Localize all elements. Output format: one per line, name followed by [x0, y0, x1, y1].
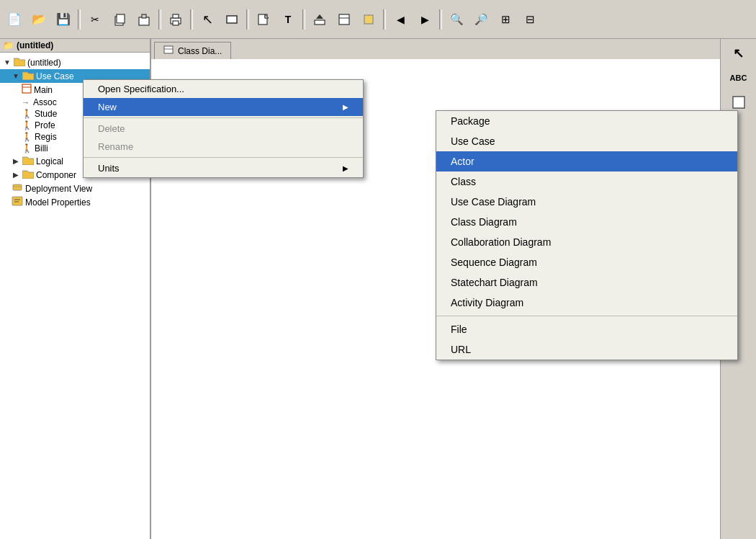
delete-label: Delete	[98, 123, 125, 134]
use-case-label: Use Case	[451, 135, 495, 147]
menu-item-units[interactable]: Units ▶	[84, 159, 363, 177]
billing-icon: 🚶	[22, 143, 32, 153]
svg-rect-5	[173, 14, 179, 18]
new-item-url[interactable]: URL	[436, 339, 737, 360]
new-item-use-case-diagram[interactable]: Use Case Diagram	[436, 192, 737, 212]
zoom-fit-button[interactable]: ⊞	[494, 8, 517, 31]
tree-item-assoc-label: Assoc	[33, 97, 57, 107]
new-item-class[interactable]: Class	[436, 172, 737, 192]
pointer-tool-button[interactable]: ↖	[724, 42, 753, 65]
sequence-diagram-label: Sequence Diagram	[451, 257, 537, 268]
save-button[interactable]: 💾	[52, 8, 75, 31]
tree-item-usecase-label: Use Case	[36, 71, 74, 81]
zoom-out-button[interactable]: 🔍	[445, 8, 468, 31]
toolbar: 📄 📂 💾 ✂ ↖ T ◀ ▶ 🔍 🔎 ⊞ ⊟	[0, 0, 756, 39]
note-button[interactable]	[252, 8, 275, 31]
tree-item-root[interactable]: ▼ (untitled)	[0, 55, 150, 69]
new-label: New	[98, 102, 117, 112]
icon2-button[interactable]	[357, 8, 380, 31]
tree-title: 📁 (untitled)	[0, 39, 150, 53]
paste-button[interactable]	[132, 8, 156, 31]
class-label: Class	[451, 176, 476, 187]
tree-item-logical-label: Logical	[36, 156, 63, 166]
tree-item-deployment[interactable]: Deployment View	[0, 182, 150, 195]
new-item-file[interactable]: File	[436, 319, 737, 339]
new-button[interactable]: 📄	[3, 8, 26, 31]
icon1-button[interactable]	[333, 8, 356, 31]
activity-diagram-label: Activity Diagram	[451, 297, 523, 308]
toolbar-sep-7	[439, 9, 442, 30]
new-item-use-case[interactable]: Use Case	[436, 131, 737, 151]
abc-tool-button[interactable]: ABC	[724, 66, 753, 89]
tree-root-text: (untitled)	[27, 58, 61, 68]
collab-diagram-label: Collaboration Diagram	[451, 236, 551, 248]
print-button[interactable]	[164, 8, 187, 31]
svg-rect-10	[315, 20, 325, 24]
svg-rect-7	[227, 16, 237, 23]
svg-rect-15	[22, 84, 31, 93]
toolbar-sep-6	[383, 9, 386, 30]
file-label: File	[451, 324, 467, 335]
new-arrow-icon: ▶	[343, 103, 348, 111]
tree-item-deployment-label: Deployment View	[25, 184, 92, 194]
svg-rect-17	[13, 184, 22, 190]
open-spec-label: Open Specification...	[98, 84, 184, 94]
new-item-collab-diagram[interactable]: Collaboration Diagram	[436, 232, 737, 252]
tree-item-main-label: Main	[34, 85, 53, 95]
new-item-activity-diagram[interactable]: Activity Diagram	[436, 293, 737, 313]
url-label: URL	[451, 344, 471, 355]
model-props-icon	[12, 196, 23, 208]
open-button[interactable]: 📂	[27, 8, 50, 31]
component-folder-icon	[22, 169, 34, 181]
tree-root-icon: 📁	[3, 40, 14, 50]
zoom-full-button[interactable]: ⊟	[518, 8, 541, 31]
rename-label: Rename	[98, 141, 133, 152]
student-icon: 🚶	[22, 109, 32, 119]
copy-button[interactable]	[108, 8, 131, 31]
rect-button[interactable]	[220, 8, 243, 31]
usecase-folder-icon	[22, 70, 34, 82]
menu-item-delete: Delete	[84, 120, 363, 138]
zoom-in-button[interactable]: 🔎	[469, 8, 492, 31]
expand-icon: ▼	[3, 58, 12, 66]
text-button[interactable]: T	[276, 8, 300, 31]
select-button[interactable]: ↖	[196, 8, 219, 31]
back-button[interactable]: ◀	[389, 8, 412, 31]
submenu-new-items: Package Use Case Actor Class Use Case Di…	[436, 110, 738, 360]
toolbar-sep-1	[78, 9, 81, 30]
menu-sep-2	[84, 157, 363, 158]
tree-item-model-props[interactable]: Model Properties	[0, 195, 150, 209]
svg-marker-11	[316, 14, 323, 19]
class-diagram-label: Class Diagram	[451, 216, 517, 228]
new-item-actor[interactable]: Actor	[436, 151, 737, 172]
toolbar-sep-4	[246, 9, 249, 30]
tree-item-student-label: Stude	[35, 109, 57, 119]
units-arrow-icon: ▶	[343, 164, 348, 172]
class-diagram-tab[interactable]: Class Dia...	[154, 42, 231, 59]
cut-button[interactable]: ✂	[84, 8, 107, 31]
new-item-sequence-diagram[interactable]: Sequence Diagram	[436, 252, 737, 272]
export-btn[interactable]	[308, 8, 331, 31]
units-label: Units	[98, 163, 120, 174]
registrar-icon: 🚶	[22, 132, 32, 142]
menu-sep-1	[84, 117, 363, 118]
toolbar-sep-3	[190, 9, 193, 30]
tab-label: Class Dia...	[178, 46, 222, 56]
logical-folder-icon	[22, 155, 34, 167]
menu-item-open-spec[interactable]: Open Specification...	[84, 80, 363, 98]
expand-icon-component: ▶	[12, 171, 20, 179]
menu-item-new[interactable]: New ▶	[84, 98, 363, 116]
toolbar-sep-5	[302, 9, 305, 30]
new-item-statechart-diagram[interactable]: Statechart Diagram	[436, 272, 737, 293]
svg-rect-1	[117, 14, 125, 23]
tab-bar: Class Dia...	[151, 39, 756, 59]
svg-rect-19	[12, 197, 22, 205]
svg-rect-22	[733, 97, 744, 108]
forward-button[interactable]: ▶	[413, 8, 436, 31]
tree-item-professor-label: Profe	[35, 120, 55, 130]
new-menu-sep-1	[436, 316, 737, 316]
new-item-class-diagram[interactable]: Class Diagram	[436, 212, 737, 232]
tree-root-label: (untitled)	[17, 40, 53, 50]
new-item-package[interactable]: Package	[436, 111, 737, 131]
actor-label: Actor	[451, 156, 474, 167]
